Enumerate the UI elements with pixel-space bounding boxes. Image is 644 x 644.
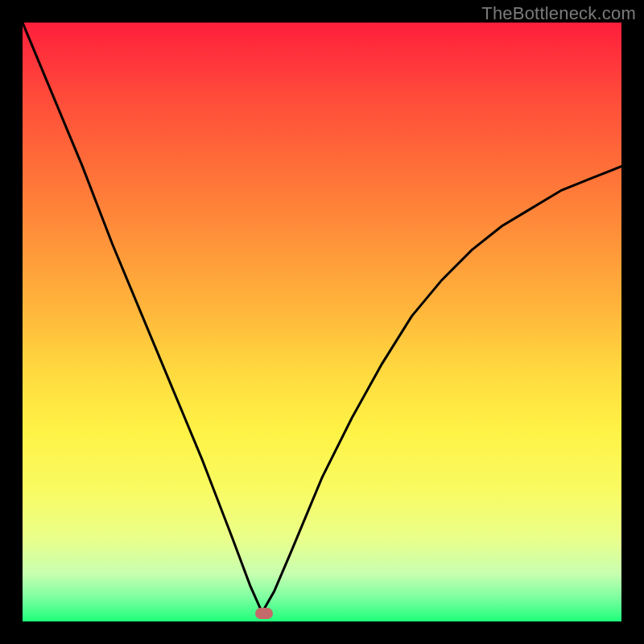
- chart-frame: TheBottleneck.com: [0, 0, 644, 644]
- optimal-marker: [255, 608, 273, 619]
- bottleneck-curve: [23, 23, 621, 621]
- plot-area: [23, 23, 621, 621]
- watermark-text: TheBottleneck.com: [481, 3, 636, 24]
- curve-path: [23, 23, 621, 613]
